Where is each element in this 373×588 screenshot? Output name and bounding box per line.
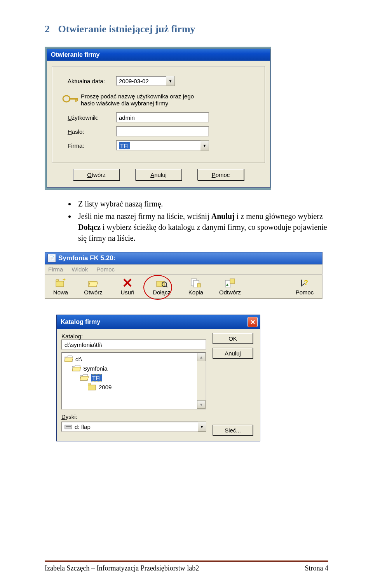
restore-icon [213, 277, 247, 288]
svg-rect-18 [230, 279, 235, 284]
section-title: Otwieranie istniejącej już firmy [58, 23, 195, 35]
folder-open-icon [64, 355, 73, 362]
open-company-dialog: Otwieranie firmy Aktualna data: ▼ Proszę… [47, 49, 270, 188]
svg-rect-2 [75, 98, 77, 102]
delete-icon [110, 277, 145, 288]
tb-usun[interactable]: Usuń [110, 275, 145, 298]
folder-icon [88, 383, 96, 390]
menu-pomoc[interactable]: Pomoc [96, 266, 115, 273]
folder-open-icon [80, 374, 89, 381]
date-row: Aktualna data: ▼ [58, 76, 260, 86]
help-button[interactable]: Pomoc [197, 169, 244, 180]
svg-text:✦: ✦ [62, 278, 66, 282]
key-icon [62, 93, 79, 105]
password-input[interactable] [116, 126, 209, 136]
catalog-dialog: Katalog firmy ✕ Katalog: d:\ Symfonia TF… [56, 315, 260, 441]
copy-icon [179, 277, 213, 288]
footer-left: Izabela Szczęch – Informatyzacja Przedsi… [45, 564, 199, 572]
catalog-titlebar: Katalog firmy ✕ [57, 315, 260, 329]
scroll-up-button[interactable]: ▲ [197, 353, 206, 361]
tb-nowa[interactable]: ✦Nowa [45, 275, 76, 298]
svg-point-0 [63, 96, 70, 102]
symfonia-toolbar: ✦Nowa Otwórz Usuń Dołącz Kopia Odtwórz ?… [45, 275, 322, 299]
open-button[interactable]: Otwórz [73, 169, 120, 180]
svg-marker-5 [56, 280, 59, 281]
help-icon: ? [287, 277, 322, 288]
svg-marker-8 [89, 282, 98, 287]
drives-label: Dyski: [61, 413, 206, 420]
company-dropdown-button[interactable]: ▼ [200, 140, 209, 150]
symfonia-title: Symfonia FK 5.20: [58, 254, 115, 262]
user-label: Użytkownik: [58, 114, 116, 121]
network-button[interactable]: Sieć... [213, 425, 253, 436]
tb-otworz[interactable]: Otwórz [76, 275, 110, 298]
svg-rect-29 [66, 426, 71, 427]
password-label: Hasło: [58, 128, 116, 135]
svg-rect-16 [197, 284, 200, 287]
section-heading: 2 Otwieranie istniejącej już firmy [45, 23, 328, 35]
drive-dropdown-button[interactable]: ▼ [198, 422, 206, 432]
scroll-down-button[interactable]: ▼ [197, 400, 206, 409]
tree-item-drive[interactable]: d:\ [62, 354, 206, 364]
close-icon[interactable]: ✕ [248, 317, 258, 327]
user-input[interactable] [116, 112, 209, 122]
tb-dolacz[interactable]: Dołącz [145, 275, 179, 298]
hint-row: Proszę podać nazwę użytkownika oraz jego… [62, 93, 260, 107]
tree-item-tfi[interactable]: TFI [62, 373, 206, 382]
section-number: 2 [45, 23, 56, 35]
tb-pomoc[interactable]: ?Pomoc [287, 275, 322, 298]
bullet-1: Z listy wybrać naszą firmę. [76, 198, 328, 209]
folder-tree[interactable]: d:\ Symfonia TFI 2009 ▲ ▼ [61, 352, 206, 410]
dialog-button-row: Otwórz Anuluj Pomoc [47, 169, 270, 180]
svg-rect-3 [77, 98, 78, 101]
bullet-2: Jeśli nie ma naszej firmy na liście, wci… [76, 211, 328, 243]
folder-open-icon [72, 365, 81, 372]
password-row: Hasło: [58, 126, 260, 136]
tree-item-symfonia[interactable]: Symfonia [62, 364, 206, 373]
tree-scrollbar[interactable]: ▲ ▼ [197, 353, 206, 409]
company-selected-value: TFI [119, 142, 130, 149]
footer-right: Strona 4 [305, 564, 329, 572]
menu-widok[interactable]: Widok [72, 266, 88, 273]
svg-marker-21 [64, 358, 73, 362]
date-input[interactable] [116, 76, 166, 86]
svg-marker-23 [72, 367, 81, 371]
dialog-body: Aktualna data: ▼ Proszę podać nazwę użyt… [52, 66, 265, 163]
drive-select[interactable]: d: flap ▼ [61, 422, 206, 432]
footer-rule [45, 560, 328, 562]
symfonia-menu: Firma Widok Pomoc [45, 264, 322, 275]
dialog-titlebar: Otwieranie firmy [47, 49, 270, 61]
new-folder-icon: ✦ [45, 277, 76, 288]
ok-button[interactable]: OK [213, 333, 253, 344]
drive-icon [64, 424, 72, 430]
svg-line-13 [166, 286, 167, 287]
symfonia-titlebar: 📄 Symfonia FK 5.20: [45, 252, 322, 264]
menu-firma[interactable]: Firma [48, 266, 63, 273]
svg-rect-26 [88, 385, 96, 390]
symfonia-window: 📄 Symfonia FK 5.20: Firma Widok Pomoc ✦N… [45, 252, 322, 299]
catalog-cancel-button[interactable]: Anuluj [213, 348, 253, 359]
open-folder-icon [76, 277, 110, 288]
instruction-bullets: Z listy wybrać naszą firmę. Jeśli nie ma… [60, 198, 328, 243]
tb-odtworz[interactable]: Odtwórz [213, 275, 247, 298]
tb-kopia[interactable]: Kopia [179, 275, 213, 298]
app-icon: 📄 [47, 254, 56, 262]
page-footer: Izabela Szczęch – Informatyzacja Przedsi… [45, 560, 328, 572]
user-row: Użytkownik: [58, 112, 260, 122]
svg-marker-27 [88, 383, 91, 385]
date-label: Aktualna data: [58, 78, 116, 84]
cancel-button[interactable]: Anuluj [135, 169, 182, 180]
svg-marker-25 [80, 376, 89, 380]
company-label: Firma: [58, 142, 116, 149]
dialog-title: Otwieranie firmy [51, 51, 99, 58]
company-row: Firma: TFI ▼ [58, 140, 260, 150]
open-company-dialog-wrap: Otwieranie firmy Aktualna data: ▼ Proszę… [45, 47, 271, 190]
catalog-title: Katalog firmy [61, 318, 100, 326]
catalog-label: Katalog: [61, 333, 83, 340]
date-dropdown-button[interactable]: ▼ [166, 76, 175, 86]
svg-rect-28 [65, 425, 72, 429]
hint-text: Proszę podać nazwę użytkownika oraz jego… [81, 93, 194, 107]
tree-item-2009[interactable]: 2009 [62, 382, 206, 392]
catalog-path-input[interactable] [61, 340, 206, 350]
attach-folder-icon [145, 277, 179, 288]
